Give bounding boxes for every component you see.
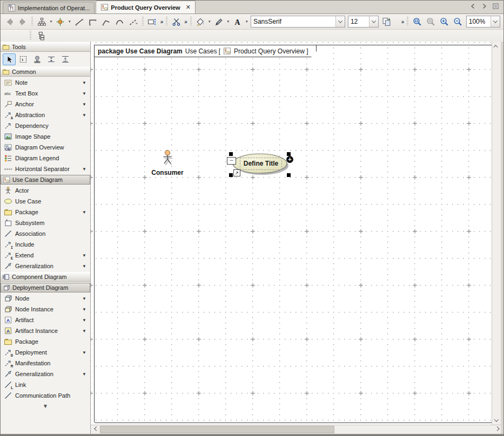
zoom-selection-button[interactable] xyxy=(424,15,437,28)
sidebar-item-generalization[interactable]: Generalization▼ xyxy=(1,261,90,271)
sidebar-item-horizontal-separator[interactable]: Horizontal Separator▼ xyxy=(1,164,90,174)
layout-hierarchy-button[interactable] xyxy=(35,15,48,28)
bezier-line-button[interactable] xyxy=(113,15,126,28)
sidebar-item-anchor[interactable]: Anchor▼ xyxy=(1,99,90,110)
sidebar-section-deployment-diagram[interactable]: Deployment Diagram xyxy=(1,283,90,292)
fill-color-button[interactable] xyxy=(194,15,207,28)
tab-implementation-of-operations[interactable]: Implementation of Operat... xyxy=(3,2,95,13)
selection-handle-bottom-right[interactable] xyxy=(287,173,291,177)
item-dropdown-icon[interactable]: ▼ xyxy=(82,253,86,258)
sidebar-item-note[interactable]: Note▼ xyxy=(1,77,90,88)
sidebar-section-tools[interactable]: Tools xyxy=(1,42,90,52)
sidebar-item-package[interactable]: Package▼ xyxy=(1,207,90,217)
rectilinear-line-button[interactable] xyxy=(72,15,85,28)
overflow-chevron-icon[interactable]: » xyxy=(184,19,187,25)
copy-format-button[interactable] xyxy=(380,15,393,28)
overflow-chevron-icon[interactable]: » xyxy=(401,19,404,25)
item-dropdown-icon[interactable]: ▼ xyxy=(82,264,86,269)
diagram-canvas[interactable]: package Use Case Diagram Use Cases [ Pro… xyxy=(91,42,492,425)
sidebar-item-diagram-overview[interactable]: Diagram Overview xyxy=(1,142,90,153)
sidebar-item-generalization[interactable]: Generalization▼ xyxy=(1,369,90,379)
pen-color-button[interactable] xyxy=(212,15,225,28)
sidebar-item-use-case[interactable]: Use Case xyxy=(1,196,90,207)
smart-add-handle[interactable]: + xyxy=(286,156,293,163)
marquee-selection-tool[interactable] xyxy=(17,53,30,65)
sidebar-item-link[interactable]: LLink xyxy=(1,379,90,390)
previous-diagram-icon[interactable] xyxy=(469,3,476,10)
sidebar-item-node-instance[interactable]: Node Instance▼ xyxy=(1,304,90,315)
combo-arrow-icon[interactable] xyxy=(490,16,500,27)
display-related-dropdown[interactable]: ▾ xyxy=(68,16,72,28)
related-elements-handle[interactable] xyxy=(233,169,240,176)
next-diagram-icon[interactable] xyxy=(481,3,488,10)
font-size-select[interactable]: 12 xyxy=(348,16,379,28)
sidebar-item-subsystem[interactable]: Subsystem xyxy=(1,217,90,228)
vertical-scrollbar[interactable] xyxy=(492,42,501,425)
sidebar-item-association[interactable]: Association xyxy=(1,228,90,239)
item-dropdown-icon[interactable]: ▼ xyxy=(82,167,86,172)
item-dropdown-icon[interactable]: ▼ xyxy=(82,296,86,301)
diagram-frame-header[interactable]: package Use Case Diagram Use Cases [ Pro… xyxy=(94,45,317,57)
sidebar-item-manifestation[interactable]: MManifestation xyxy=(1,358,90,369)
close-tab-icon[interactable]: ✕ xyxy=(186,4,191,11)
overflow-chevron-icon[interactable]: » xyxy=(160,19,163,25)
make-space-tool[interactable] xyxy=(45,53,58,65)
selection-handle-top-right[interactable] xyxy=(287,152,291,156)
scroll-right-button[interactable] xyxy=(492,425,501,434)
item-dropdown-icon[interactable]: ▼ xyxy=(82,318,86,323)
sidebar-item-artifact-instance[interactable]: Artifact Instance▼ xyxy=(1,325,90,336)
sidebar-item-abstraction[interactable]: AAbstraction▼ xyxy=(1,110,90,120)
stamp-mode-tool[interactable] xyxy=(31,53,44,65)
display-related-button[interactable] xyxy=(54,15,67,28)
containment-structure-button[interactable] xyxy=(33,29,48,42)
item-dropdown-icon[interactable]: ▼ xyxy=(82,350,86,355)
horizontal-scrollbar[interactable] xyxy=(91,425,501,434)
sidebar-item-node[interactable]: Node▼ xyxy=(1,293,90,304)
zoom-out-button[interactable] xyxy=(452,15,465,28)
sidebar-section-component-diagram[interactable]: Component Diagram xyxy=(1,272,90,282)
item-dropdown-icon[interactable]: ▼ xyxy=(82,113,86,118)
select-tool[interactable] xyxy=(3,53,16,65)
combo-arrow-icon[interactable] xyxy=(369,16,378,27)
back-button[interactable] xyxy=(3,15,16,28)
horizontal-scroll-thumb[interactable] xyxy=(100,426,334,433)
item-dropdown-icon[interactable]: ▼ xyxy=(82,307,86,312)
fit-in-window-button[interactable] xyxy=(411,15,424,28)
font-family-select[interactable]: SansSerif xyxy=(251,16,345,28)
remove-space-tool[interactable] xyxy=(59,53,72,65)
sidebar-item-diagram-legend[interactable]: Diagram Legend xyxy=(1,153,90,164)
item-dropdown-icon[interactable]: ▼ xyxy=(82,80,86,85)
forward-button[interactable] xyxy=(16,15,29,28)
sidebar-item-actor[interactable]: Actor xyxy=(1,185,90,196)
usecase-node[interactable]: Define Title ... + xyxy=(227,152,293,177)
item-dropdown-icon[interactable]: ▼ xyxy=(82,210,86,215)
zoom-level-select[interactable]: 100% xyxy=(466,16,500,28)
dashed-line-button[interactable] xyxy=(127,15,140,28)
font-color-dropdown[interactable]: ▾ xyxy=(245,16,249,28)
sidebar-section-use-case-diagram[interactable]: Use Case Diagram xyxy=(1,175,90,185)
specification-handle[interactable]: ... xyxy=(227,157,236,165)
selection-handle-bottom-left[interactable] xyxy=(229,173,233,177)
item-dropdown-icon[interactable]: ▼ xyxy=(82,329,86,333)
sidebar-item-artifact[interactable]: Artifact▼ xyxy=(1,315,90,325)
sidebar-item-image-shape[interactable]: Image Shape xyxy=(1,131,90,142)
sidebar-item-communication-path[interactable]: Communication Path xyxy=(1,390,90,401)
item-dropdown-icon[interactable]: ▼ xyxy=(82,372,86,377)
zoom-in-button[interactable] xyxy=(438,15,451,28)
pen-color-dropdown[interactable]: ▾ xyxy=(226,16,230,28)
actor-node[interactable]: Consumer xyxy=(151,149,184,176)
sidebar-section-common[interactable]: Common xyxy=(1,67,90,77)
selection-handle-top-left[interactable] xyxy=(229,152,233,156)
sidebar-item-extend[interactable]: EExtend▼ xyxy=(1,250,90,261)
sidebar-item-text-box[interactable]: Text Box▼ xyxy=(1,88,90,99)
right-angle-line-button[interactable] xyxy=(86,15,99,28)
fill-color-dropdown[interactable]: ▾ xyxy=(207,16,212,28)
item-dropdown-icon[interactable]: ▼ xyxy=(82,91,86,96)
sidebar-item-deployment[interactable]: DDeployment▼ xyxy=(1,347,90,358)
sidebar-item-package[interactable]: Package xyxy=(1,336,90,347)
combo-arrow-icon[interactable] xyxy=(335,16,345,27)
scroll-left-button[interactable] xyxy=(91,425,100,434)
item-dropdown-icon[interactable]: ▼ xyxy=(82,102,86,107)
scroll-up-button[interactable] xyxy=(492,42,501,51)
diagram-list-icon[interactable] xyxy=(492,3,499,10)
